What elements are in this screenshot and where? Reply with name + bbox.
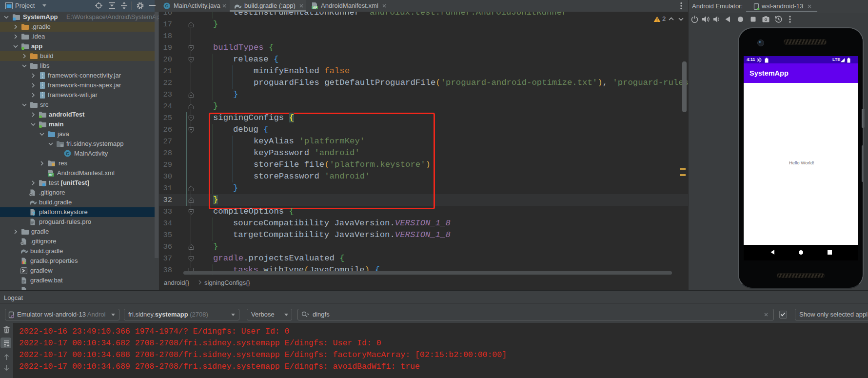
svg-text:MF: MF <box>49 173 53 177</box>
svg-text:?: ? <box>32 211 35 216</box>
svg-text:C: C <box>66 151 69 156</box>
svg-text:MF: MF <box>313 6 317 9</box>
svg-text:C: C <box>165 3 169 8</box>
